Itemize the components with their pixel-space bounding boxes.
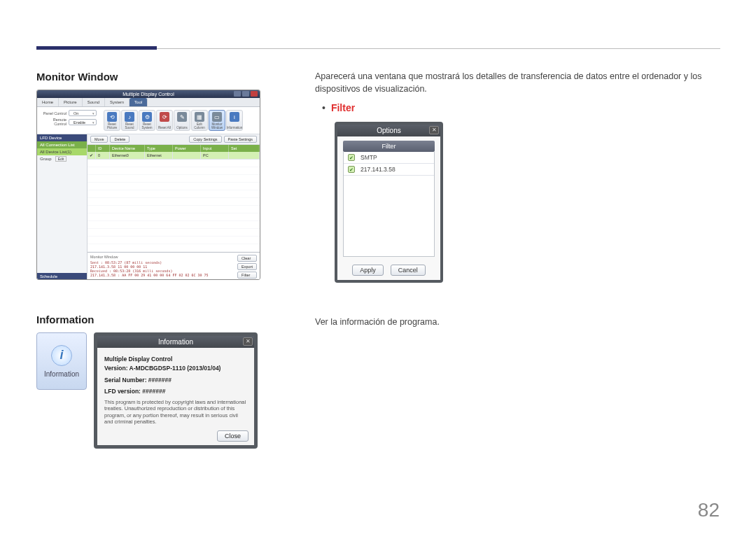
- options-dialog: Options ✕ Filter ✔ SMTP ✔ 217.141.3.58 A…: [335, 122, 443, 283]
- grid-empty-area: [88, 160, 260, 252]
- export-button[interactable]: Export: [237, 263, 257, 270]
- information-dialog: Information ✕ Multiple Display Control V…: [94, 332, 258, 449]
- options-title: Options ✕: [337, 125, 440, 136]
- info-close-icon[interactable]: ✕: [243, 337, 253, 346]
- filter-label: Filter: [331, 102, 355, 113]
- reset-picture-button[interactable]: ⟲Reset Picture: [104, 110, 120, 131]
- page-number: 82: [698, 499, 720, 521]
- reset-sound-button[interactable]: ♪Reset Sound: [121, 110, 138, 131]
- info-version: Version: A-MDCBGDSP-1110 (2013/01/04): [104, 364, 247, 373]
- info-serial: Serial Number: #######: [104, 376, 247, 385]
- information-description: Ver la información de programa.: [315, 316, 721, 329]
- reset-sound-icon: ♪: [125, 112, 134, 122]
- info-dialog-title: Information ✕: [97, 336, 254, 348]
- information-title: Information: [36, 314, 260, 325]
- copy-settings-button[interactable]: Copy Settings: [189, 136, 221, 143]
- edit-column-button[interactable]: ▦Edit Column: [191, 110, 208, 131]
- info-app-name: Multiple Display Control: [104, 355, 247, 364]
- sidebar-header-schedule: Schedule: [37, 273, 87, 280]
- information-button[interactable]: iInformation: [226, 110, 243, 131]
- info-lfd: LFD version: #######: [104, 387, 247, 396]
- close-icon[interactable]: [251, 91, 258, 97]
- info-close-button[interactable]: Close: [217, 430, 248, 442]
- sidebar-all-connection[interactable]: All Connection List: [37, 141, 87, 148]
- tab-picture[interactable]: Picture: [59, 98, 83, 106]
- edit-button[interactable]: Edit: [55, 156, 67, 162]
- mdc-window-title: Multiple Display Control: [37, 90, 260, 98]
- filter-row-smtp[interactable]: ✔ SMTP: [344, 152, 434, 164]
- minimize-icon[interactable]: [234, 91, 241, 97]
- reset-system-button[interactable]: ⚙Reset System: [139, 110, 155, 131]
- filter-button[interactable]: Filter: [237, 272, 257, 279]
- monitor-window-icon: ▭: [212, 112, 222, 122]
- checkbox-icon[interactable]: ✔: [348, 166, 355, 173]
- tab-tool[interactable]: Tool: [130, 98, 148, 106]
- paste-settings-button[interactable]: Paste Settings: [224, 136, 257, 143]
- reset-system-icon: ⚙: [142, 112, 152, 122]
- sidebar-group[interactable]: Group Edit: [37, 155, 87, 162]
- monitor-panel: Monitor Window Sent : 08:53:27 (87 milli…: [88, 252, 260, 280]
- reset-picture-icon: ⟲: [107, 112, 117, 122]
- checkbox-icon[interactable]: ✔: [348, 154, 355, 161]
- reset-all-button[interactable]: ⟳Reset All: [156, 110, 173, 131]
- monitor-window-button[interactable]: ▭Monitor Window: [209, 110, 225, 131]
- information-tile-label: Information: [44, 370, 79, 378]
- tab-system[interactable]: System: [105, 98, 130, 106]
- tab-sound[interactable]: Sound: [83, 98, 105, 106]
- delete-button[interactable]: Delete: [110, 136, 130, 143]
- maximize-icon[interactable]: [242, 91, 249, 97]
- apply-button[interactable]: Apply: [352, 265, 384, 276]
- grid-row[interactable]: ✔ 0 Ethernet0 Ethernet PC: [88, 152, 260, 160]
- options-icon: ✎: [177, 112, 187, 122]
- reset-all-icon: ⟳: [160, 112, 169, 122]
- filter-row-ip[interactable]: ✔ 217.141.3.58: [344, 164, 434, 176]
- options-button[interactable]: ✎Options: [174, 110, 190, 131]
- monitor-window-title: Monitor Window: [36, 71, 260, 83]
- panel-control-select[interactable]: On: [69, 110, 97, 116]
- information-icon: i: [230, 112, 239, 122]
- grid-header: ID Device Name Type Power Input Set: [88, 145, 260, 152]
- bullet-dot: •: [315, 102, 326, 113]
- panel-control-row: Panel Control On: [40, 110, 97, 116]
- mdc-screenshot: Multiple Display Control Home Picture So…: [36, 90, 260, 280]
- remote-control-row: Remote Control Enable: [40, 118, 97, 126]
- remote-control-select[interactable]: Enable: [69, 119, 97, 125]
- sidebar-all-device[interactable]: All Device List(1): [37, 148, 87, 155]
- header-accent-bar: [36, 46, 157, 50]
- mdc-tabs: Home Picture Sound System Tool: [37, 98, 260, 107]
- move-button[interactable]: Move: [90, 136, 108, 143]
- edit-column-icon: ▦: [195, 112, 204, 122]
- info-notice: This program is protected by copyright l…: [104, 399, 247, 426]
- options-close-icon[interactable]: ✕: [429, 126, 439, 134]
- filter-list: ✔ SMTP ✔ 217.141.3.58: [343, 152, 435, 257]
- info-circle-icon: i: [51, 345, 72, 366]
- cancel-button[interactable]: Cancel: [391, 265, 426, 276]
- monitor-window-description: Aparecerá una ventana que mostrará los d…: [315, 71, 721, 95]
- mdc-iconbar: ⟲Reset Picture ♪Reset Sound ⚙Reset Syste…: [99, 110, 243, 131]
- sidebar-header-device: LFD Device: [37, 134, 87, 141]
- information-tile[interactable]: i Information: [36, 332, 87, 390]
- tab-home[interactable]: Home: [37, 98, 59, 106]
- clear-button[interactable]: Clear: [237, 255, 257, 262]
- filter-header: Filter: [343, 141, 435, 152]
- header-rule: [157, 48, 720, 49]
- mdc-sidebar: LFD Device All Connection List All Devic…: [37, 134, 88, 280]
